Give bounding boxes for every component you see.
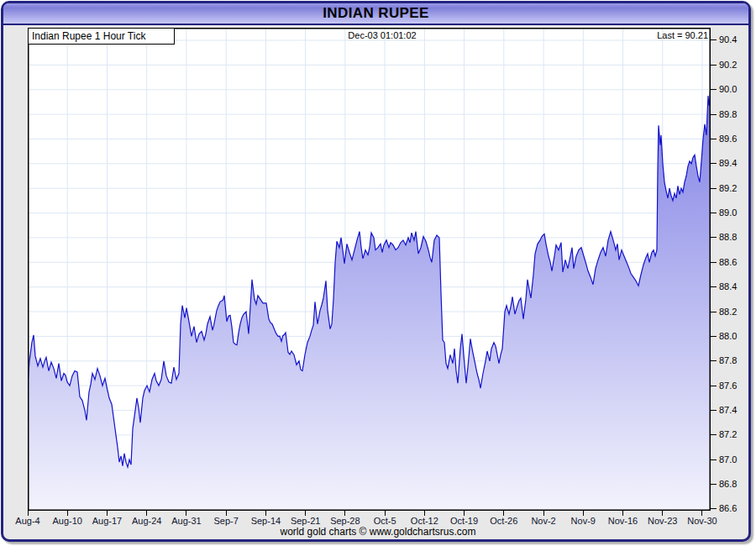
chart-footer: world gold charts © www.goldchartsrus.co… — [0, 526, 756, 538]
x-tick-label: Sep-7 — [204, 516, 248, 526]
x-tick-label: Sep-21 — [284, 516, 328, 526]
x-tick-label: Oct-12 — [402, 516, 446, 526]
x-tick-label: Nov-23 — [641, 516, 685, 526]
chart-series-label-box: Indian Rupee 1 Hour Tick — [28, 28, 175, 45]
x-tick-label: Oct-26 — [482, 516, 526, 526]
x-tick-label: Nov-16 — [601, 516, 645, 526]
chart-last-value: Last = 90.21 — [588, 30, 708, 40]
x-tick-label: Oct-5 — [363, 516, 407, 526]
x-tick-label: Aug-17 — [85, 516, 129, 526]
x-tick-label: Nov-9 — [561, 516, 605, 526]
x-tick-label: Aug-10 — [45, 516, 89, 526]
x-tick-label: Oct-19 — [443, 516, 486, 526]
screenshot-stage: INDIAN RUPEE Indian Rupee 1 Hour Tick De… — [0, 0, 756, 546]
x-tick-label: Aug-24 — [125, 516, 169, 526]
x-tick-label: Aug-31 — [165, 516, 208, 526]
x-axis: Aug-4Aug-10Aug-17Aug-24Aug-31Sep-7Sep-14… — [0, 0, 756, 546]
x-tick-label: Sep-14 — [244, 516, 287, 526]
chart-timestamp: Dec-03 01:01:02 — [319, 30, 445, 40]
x-tick-label: Nov-2 — [522, 516, 565, 526]
x-tick-label: Aug-4 — [6, 516, 50, 526]
x-tick-label: Nov-30 — [680, 516, 724, 526]
x-tick-label: Sep-28 — [323, 516, 367, 526]
chart-series-label: Indian Rupee 1 Hour Tick — [32, 30, 145, 42]
